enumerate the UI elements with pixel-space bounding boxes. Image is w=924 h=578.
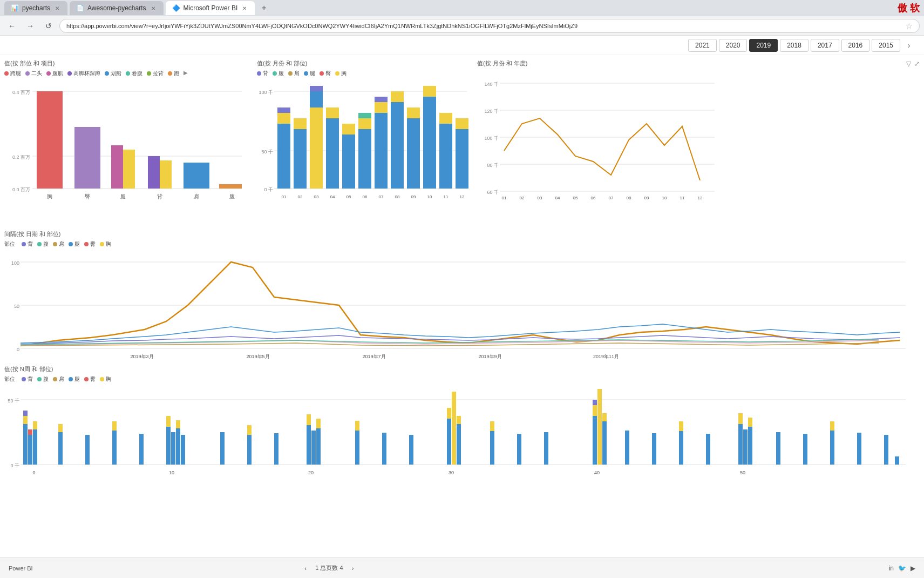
tab-close[interactable]: ✕ [53,4,61,12]
svg-text:40: 40 [594,470,600,475]
forward-button[interactable]: → [23,18,38,33]
svg-text:01: 01 [282,194,287,199]
page-prev-button[interactable]: ‹ [300,563,311,574]
chart-top-middle: 值(按 月份 和 部位) 背 腹 肩 腿 臀 胸 0 千 50 千 100 千 [257,59,473,226]
tab-awesome-pyecharts[interactable]: 📄 Awesome-pyecharts ✕ [70,1,164,15]
bottom-bar: Power BI ‹ 1 总页数 4 › in 🐦 ▶ [0,557,924,578]
svg-rect-132 [112,431,117,465]
svg-rect-109 [307,414,311,425]
chart-top-left-title: 值(按 部位 和 项目) [4,59,253,68]
year-btn-2018[interactable]: 2018 [780,39,808,52]
svg-text:11: 11 [444,194,449,199]
svg-text:2019年7月: 2019年7月 [362,354,385,359]
svg-rect-112 [316,419,321,428]
svg-rect-121 [597,389,602,465]
tab-icon: 📄 [76,4,84,12]
svg-rect-154 [830,431,834,465]
svg-text:06: 06 [363,194,368,199]
svg-text:0.0 百万: 0.0 百万 [12,187,30,192]
tab-powerbi[interactable]: 🔷 Microsoft Power BI ✕ [166,1,255,15]
svg-rect-104 [171,432,175,465]
bar-abdomen [219,184,242,189]
svg-text:100 千: 100 千 [484,136,499,141]
expand-icon[interactable]: ⤢ [914,60,920,68]
svg-rect-118 [593,416,597,465]
page-info: 1 总页数 4 [315,564,343,572]
svg-rect-143 [490,431,494,465]
svg-rect-28 [342,135,355,189]
svg-text:05: 05 [346,194,351,199]
twitter-icon: 🐦 [898,564,906,572]
year-btn-2016[interactable]: 2016 [841,39,870,52]
svg-rect-158 [895,456,899,465]
svg-text:02: 02 [298,194,303,199]
svg-text:09: 09 [644,196,649,200]
svg-rect-45 [456,118,468,129]
svg-rect-106 [176,420,180,428]
bar-leg-1 [111,145,123,189]
svg-rect-24 [310,91,323,107]
svg-rect-37 [391,91,404,102]
url-text: https://app.powerbi.com/view?r=eyJrIjoiY… [66,23,902,29]
svg-rect-101 [33,421,37,429]
svg-rect-142 [409,435,413,465]
back-button[interactable]: ← [4,18,19,33]
year-btn-2015[interactable]: 2015 [872,39,900,52]
svg-text:80 千: 80 千 [487,163,499,168]
year-btn-2020[interactable]: 2020 [719,39,748,52]
bar-leg-2 [123,150,135,189]
svg-text:04: 04 [330,194,335,199]
bookmark-icon[interactable]: ☆ [906,22,913,30]
svg-text:0: 0 [32,470,35,475]
tab-close[interactable]: ✕ [150,4,157,12]
svg-rect-102 [166,427,171,465]
svg-rect-36 [391,102,404,189]
year-btn-2019[interactable]: 2019 [749,39,778,52]
svg-rect-131 [85,435,90,465]
year-btn-2017[interactable]: 2017 [811,39,839,52]
svg-text:0.2 百万: 0.2 百万 [12,154,30,160]
svg-rect-127 [748,427,752,465]
svg-rect-27 [326,107,339,118]
svg-text:0 千: 0 千 [264,187,273,192]
svg-rect-149 [679,431,683,465]
svg-rect-155 [830,421,834,431]
bar-back-2 [160,160,172,189]
filter-icon[interactable]: ▽ [906,60,911,68]
refresh-button[interactable]: ↺ [41,18,56,33]
chart-middle-legend: 部位 背 腹 肩 腿 臀 胸 [4,240,920,248]
svg-rect-144 [490,421,494,431]
page-navigation: ‹ 1 总页数 4 › [300,563,358,574]
svg-text:07: 07 [609,196,614,200]
url-bar[interactable]: https://app.powerbi.com/view?r=eyJrIjoiY… [59,19,920,33]
tab-pyecharts[interactable]: 📊 pyecharts ✕ [4,1,67,15]
svg-rect-97 [23,411,28,416]
new-tab-button[interactable]: + [257,1,271,15]
svg-text:08: 08 [395,194,400,199]
svg-rect-23 [310,107,323,189]
svg-rect-111 [316,428,321,465]
year-btn-2021[interactable]: 2021 [688,39,717,52]
svg-rect-110 [311,431,316,465]
svg-rect-114 [447,408,451,419]
svg-rect-145 [517,434,521,465]
bar-chest [37,91,63,189]
svg-text:06: 06 [591,196,596,200]
svg-rect-40 [423,97,436,189]
svg-rect-139 [355,431,359,465]
chart-top-left-legend: 跨腿 二头 腹肌 高脚杯深蹲 划船 卷腹 拉背 跑 ▶ [4,70,253,77]
chart-middle: 间隔(按 日期 和 部位) 部位 背 腹 肩 腿 臀 胸 0 50 100 [0,228,924,363]
svg-rect-157 [884,435,888,465]
svg-rect-141 [382,433,386,465]
year-nav-next[interactable]: › [902,39,915,52]
svg-text:05: 05 [573,196,578,200]
svg-rect-108 [307,425,311,465]
svg-rect-105 [176,428,180,465]
svg-text:2019年5月: 2019年5月 [246,354,269,359]
svg-rect-34 [375,102,388,113]
svg-text:100 千: 100 千 [259,90,273,95]
svg-rect-123 [602,413,607,421]
tab-close[interactable]: ✕ [241,4,248,12]
svg-rect-122 [602,421,607,465]
page-next-button[interactable]: › [348,563,358,574]
